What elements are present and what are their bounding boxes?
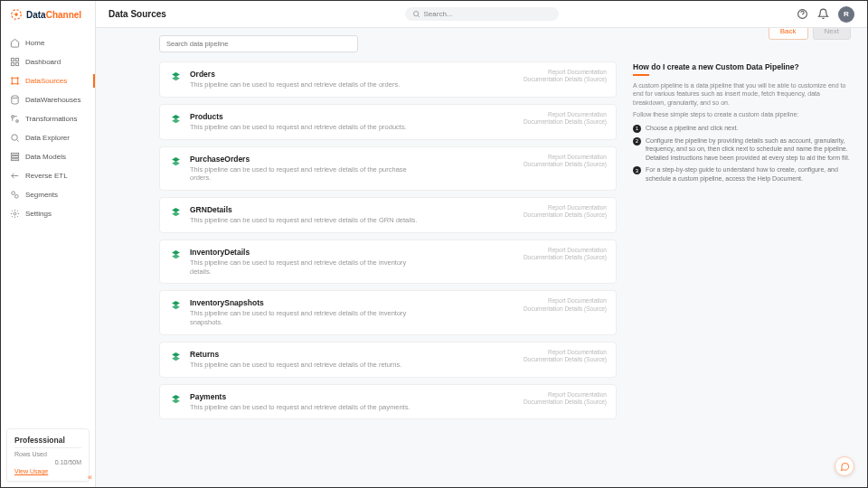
help-step: 3For a step-by-step guide to understand …: [633, 165, 851, 183]
nav-label: Data Models: [25, 153, 66, 161]
sidebar-item-segments[interactable]: Segments: [1, 185, 95, 204]
sidebar-item-home[interactable]: Home: [1, 33, 95, 52]
brand-logo[interactable]: DataChannel: [1, 1, 95, 28]
sidebar-item-settings[interactable]: Settings: [1, 204, 95, 223]
sidebar-item-datawarehouses[interactable]: DataWarehouses: [1, 90, 95, 109]
plan-rows-value: 0.10/50M: [14, 459, 81, 465]
nav-label: DataWarehouses: [25, 96, 81, 104]
pipeline-icon: [169, 206, 183, 220]
main-area: OrdersThis pipeline can be used to reque…: [96, 28, 867, 487]
pipeline-card[interactable]: PaymentsThis pipeline can be used to req…: [159, 384, 617, 420]
svg-point-16: [15, 195, 19, 199]
pipeline-icon: [169, 70, 183, 84]
pipeline-card[interactable]: ReturnsThis pipeline can be used to requ…: [159, 342, 617, 378]
help-step: 1Choose a pipeline and click next.: [633, 124, 851, 133]
pipeline-icon: [169, 113, 183, 127]
nav-label: Home: [25, 39, 44, 47]
help-title: How do I create a new Custom Data Pipeli…: [633, 62, 851, 71]
sidebar-item-datamodels[interactable]: Data Models: [1, 147, 95, 166]
pipeline-card[interactable]: GRNDetailsThis pipeline can be used to r…: [159, 197, 617, 233]
pipeline-doc-links[interactable]: Report DocumentationDocumentation Detail…: [524, 247, 607, 262]
pipeline-icon: [169, 155, 183, 169]
help-underline: [633, 74, 649, 76]
bell-icon[interactable]: [817, 8, 829, 20]
svg-point-17: [14, 212, 16, 215]
pipeline-list-column: OrdersThis pipeline can be used to reque…: [96, 28, 627, 487]
svg-point-10: [12, 96, 18, 99]
svg-rect-4: [11, 62, 14, 65]
pipeline-card[interactable]: OrdersThis pipeline can be used to reque…: [159, 61, 617, 98]
step-number-badge: 2: [633, 137, 641, 145]
chat-fab[interactable]: [835, 456, 854, 476]
pipeline-description: This pipeline can be used to request and…: [190, 216, 425, 225]
pipeline-icon: [169, 249, 183, 262]
svg-rect-3: [15, 58, 18, 61]
svg-point-15: [12, 192, 15, 195]
nav-label: Segments: [25, 191, 58, 199]
pipeline-doc-links[interactable]: Report DocumentationDocumentation Detail…: [524, 297, 607, 313]
help-paragraph: A custom pipeline is a data pipeline tha…: [633, 81, 851, 107]
pipeline-icon: [169, 351, 183, 364]
step-text: Choose a pipeline and click next.: [646, 124, 738, 133]
help-icon[interactable]: [797, 8, 808, 20]
sidebar: DataChannel Home Dashboard DataSources D…: [1, 1, 96, 487]
pipeline-doc-links[interactable]: Report DocumentationDocumentation Detail…: [524, 204, 607, 220]
nav-list: Home Dashboard DataSources DataWarehouse…: [1, 28, 95, 423]
pipeline-description: This pipeline can be used to request and…: [190, 258, 425, 277]
pipeline-card[interactable]: PurchaseOrdersThis pipeline can be used …: [159, 146, 617, 192]
svg-point-11: [12, 135, 17, 140]
brand-icon: [10, 8, 23, 21]
pipeline-doc-links[interactable]: Report DocumentationDocumentation Detail…: [524, 391, 607, 407]
svg-rect-13: [11, 156, 18, 158]
plan-rows-label: Rows Used: [14, 447, 81, 457]
step-text: For a step-by-step guide to understand h…: [646, 165, 851, 183]
pipeline-description: This pipeline can be used to request and…: [190, 80, 425, 89]
avatar[interactable]: R: [838, 6, 854, 23]
brand-text: DataChannel: [26, 10, 81, 20]
help-panel: Back Next How do I create a new Custom D…: [627, 28, 867, 487]
pipeline-doc-links[interactable]: Report DocumentationDocumentation Detail…: [524, 154, 607, 169]
pipeline-doc-links[interactable]: Report DocumentationDocumentation Detail…: [524, 349, 607, 364]
pipeline-card[interactable]: ProductsThis pipeline can be used to req…: [159, 104, 617, 140]
nav-label: Settings: [25, 210, 52, 218]
global-search[interactable]: Search...: [405, 7, 559, 21]
pipeline-doc-links[interactable]: Report DocumentationDocumentation Detail…: [524, 69, 607, 84]
dashboard-icon: [10, 57, 20, 67]
gear-icon: [10, 209, 20, 219]
pipeline-description: This pipeline can be used to request and…: [190, 361, 425, 370]
pipeline-card[interactable]: InventoryDetailsThis pipeline can be use…: [159, 239, 617, 285]
plan-name: Professsional: [14, 436, 81, 445]
sidebar-item-datasources[interactable]: DataSources: [1, 71, 95, 90]
pipeline-description: This pipeline can be used to request and…: [190, 123, 425, 132]
page-title: Data Sources: [108, 9, 166, 19]
sidebar-collapse-button[interactable]: «: [88, 473, 92, 482]
pipeline-icon: [169, 299, 183, 313]
sidebar-item-dataexplorer[interactable]: Data Explorer: [1, 128, 95, 147]
pipeline-description: This pipeline can be used to request and…: [190, 403, 425, 412]
pipeline-icon: [169, 393, 183, 407]
sidebar-item-reverseetl[interactable]: Reverse ETL: [1, 166, 95, 185]
transform-icon: [10, 114, 20, 124]
back-button[interactable]: Back: [769, 28, 808, 40]
nav-label: Reverse ETL: [25, 172, 68, 180]
view-usage-link[interactable]: View Usage: [14, 468, 48, 474]
sidebar-item-transformations[interactable]: Transformations: [1, 109, 95, 128]
step-number-badge: 1: [633, 125, 641, 133]
sidebar-item-dashboard[interactable]: Dashboard: [1, 52, 95, 71]
search-placeholder: Search...: [424, 10, 453, 18]
segments-icon: [10, 190, 20, 200]
pipeline-doc-links[interactable]: Report DocumentationDocumentation Detail…: [524, 111, 607, 127]
step-text: Configure the pipeline by providing deta…: [646, 136, 851, 162]
pipeline-card[interactable]: InventorySnapshotsThis pipeline can be u…: [159, 290, 617, 335]
svg-rect-12: [11, 153, 18, 155]
pipeline-search-input[interactable]: [159, 35, 358, 52]
search-icon: [412, 10, 420, 18]
svg-point-1: [14, 13, 18, 16]
pipeline-description: This pipeline can be used to request and…: [190, 309, 425, 327]
top-header: Data Sources Search... R: [96, 1, 867, 28]
nav-label: Dashboard: [25, 58, 61, 66]
svg-rect-14: [11, 159, 18, 161]
svg-rect-2: [11, 58, 14, 61]
next-button[interactable]: Next: [813, 28, 851, 40]
models-icon: [10, 152, 20, 162]
